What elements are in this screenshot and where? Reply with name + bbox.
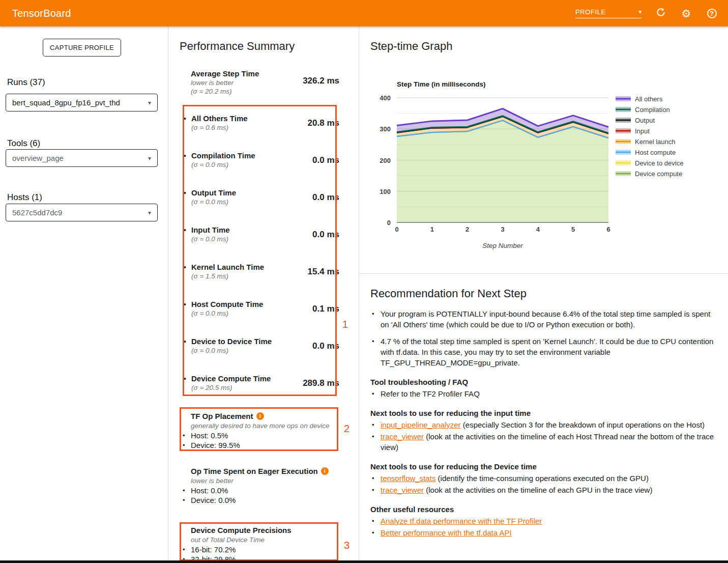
svg-text:300: 300 [380,125,391,133]
block-item: Host: 0.0% [183,486,340,495]
svg-text:Host compute: Host compute [635,149,676,156]
tool-item: input_pipeline_analyzer (especially Sect… [370,419,715,430]
annotation-label-3: 3 [344,540,350,551]
block-title: Op Time Spent on Eager Execution [191,466,318,476]
tool-item-text: (look at the activities on the timeline … [424,486,652,494]
metric-row: •Device to Device Time(σ = 0.0 ms)0.0 ms [184,337,339,360]
device-tools-heading: Next tools to use for reducing the Devic… [370,461,715,472]
svg-text:200: 200 [380,157,391,164]
metric-value: 0.0 ms [312,230,339,240]
reload-button[interactable] [655,7,667,19]
metric-sigma: (σ = 0.6 ms) [191,123,248,132]
annotation-label-1: 1 [342,319,348,330]
metric-sigma: (σ = 0.0 ms) [191,198,236,206]
metric-row: •Device Compute Time(σ = 20.5 ms)289.8 m… [184,374,339,398]
capture-profile-button[interactable]: CAPTURE PROFILE [43,39,121,57]
tools-select[interactable]: overview_page ▾ [6,149,158,167]
svg-text:6: 6 [606,226,610,233]
svg-text:Kernel launch: Kernel launch [635,138,676,146]
faq-item: Refer to the TF2 Profiler FAQ [370,388,715,399]
metric-name: Device to Device Time [191,337,272,346]
metric-name: Input Time [191,226,230,235]
tool-item-text: (look at the activities on the timeline … [381,432,714,452]
resource-item: Better performance with the tf.data API [370,527,715,538]
tools-select-value: overview_page [12,154,148,162]
help-icon: ? [707,9,717,18]
chevron-down-icon: ▾ [148,155,151,162]
tools-label: Tools (6) [7,138,40,149]
bullet-icon: • [184,263,186,271]
metric-value: 0.1 ms [312,304,339,314]
bullet-icon: • [184,226,186,234]
recommendation-card: Recommendation for Next Step Your progra… [359,274,728,563]
metric-value: 0.0 ms [312,192,339,203]
tool-item-text: (identify the time-consuming operations … [435,474,649,483]
app-header: TensorBoard PROFILE ▾ ⚙ ? [0,0,728,26]
input-pipeline-analyzer-link[interactable]: input_pipeline_analyzer [381,420,461,429]
svg-text:All others: All others [635,95,663,103]
trace-viewer-link[interactable]: trace_viewer [381,486,424,494]
svg-text:3: 3 [501,226,504,233]
tfdata-profiler-link[interactable]: Analyze tf.data performance with the TF … [381,517,542,525]
svg-text:2: 2 [465,226,469,233]
hosts-select-value: 5627c5dd7dc9 [12,208,148,217]
metric-name: Compilation Time [191,151,255,160]
block-subtitle: lower is better [191,476,340,486]
reload-icon [656,7,666,19]
svg-text:Input: Input [635,127,650,135]
block-subtitle: generally desired to have more ops on de… [191,421,340,431]
metric-row: •Host Compute Time(σ = 0.0 ms)0.1 ms [184,300,339,323]
metric-name: Host Compute Time [191,300,263,309]
svg-text:Step Number: Step Number [482,242,523,249]
dashboard-selector[interactable]: PROFILE ▾ [575,8,642,18]
svg-text:Device to device: Device to device [635,159,683,167]
metric-sigma: (σ = 20.5 ms) [191,383,271,392]
runs-select-value: bert_squad_8gpu_fp16_pvt_thd [12,98,148,107]
metric-value: 0.0 ms [312,155,339,165]
runs-select[interactable]: bert_squad_8gpu_fp16_pvt_thd ▾ [6,94,158,111]
block-item: Host: 0.5% [183,431,340,440]
recommendation-item: 4.7 % of the total step time sampled is … [370,336,715,368]
gear-icon: ⚙ [682,8,691,19]
faq-heading: Tool troubleshooting / FAQ [370,377,715,387]
help-button[interactable]: ? [706,7,718,19]
tool-item: tensorflow_stats (identify the time-cons… [370,473,715,484]
chevron-down-icon: ▾ [638,9,642,15]
metric-sigma: (σ = 0.0 ms) [191,160,255,169]
header-actions: PROFILE ▾ ⚙ ? [575,7,718,19]
metric-sigma: (σ = 1.5 ms) [191,272,264,280]
block-item: Device: 0.0% [183,495,340,505]
performance-summary-title: Performance Summary [180,40,295,53]
info-icon[interactable]: i [321,467,329,475]
metric-value: 326.2 ms [303,76,339,86]
metric-sigma: (σ = 0.0 ms) [191,309,263,318]
tensorflow-stats-link[interactable]: tensorflow_stats [381,474,435,483]
info-icon[interactable]: i [256,412,264,420]
tfdata-api-link[interactable]: Better performance with the tf.data API [381,528,512,537]
metric-row: •Kernel Launch Time(σ = 1.5 ms)15.4 ms [184,263,339,286]
svg-text:0: 0 [387,219,391,227]
annotation-label-2: 2 [344,423,350,435]
svg-text:Step Time (in milliseconds): Step Time (in milliseconds) [397,80,486,88]
block-title: Device Compute Precisions [191,525,292,535]
block-subtitle: out of Total Device Time [191,535,340,545]
svg-text:Compilation: Compilation [635,106,670,114]
svg-text:1: 1 [430,226,434,233]
metric-row: •All Others Time(σ = 0.6 ms)20.8 ms [184,114,339,137]
average-step-time-row: Average Step Time lower is better (σ = 2… [191,69,339,96]
tool-item: trace_viewer (look at the activities on … [370,485,715,495]
settings-button[interactable]: ⚙ [680,7,692,19]
metric-sigma: (σ = 0.0 ms) [191,235,230,243]
window-bottom-edge [0,560,728,563]
trace-viewer-link[interactable]: trace_viewer [381,432,424,441]
bullet-icon: • [184,375,186,383]
recommendation-bullets: Your program is POTENTIALLY input-bound … [370,308,715,368]
metric-sigma: (σ = 0.0 ms) [191,346,272,355]
metric-name: Device Compute Time [191,374,271,383]
svg-text:100: 100 [380,188,391,195]
recommendation-title: Recommendation for Next Step [370,287,715,300]
metric-name: All Others Time [191,114,248,123]
metric-value: 289.8 ms [303,378,339,388]
hosts-select[interactable]: 5627c5dd7dc9 ▾ [6,204,158,221]
chevron-down-icon: ▾ [148,99,151,106]
